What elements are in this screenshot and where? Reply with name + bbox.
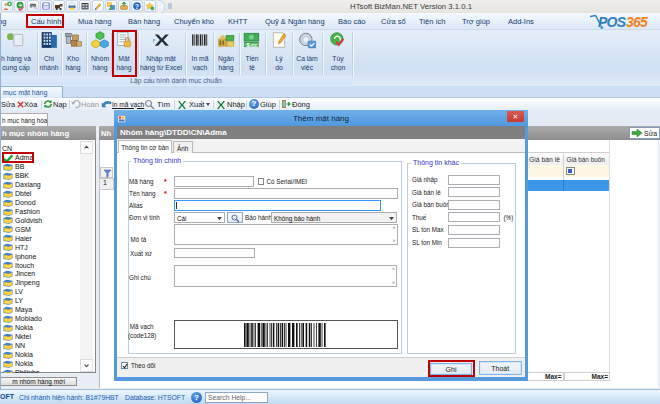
svg-text:$.cc: $.cc bbox=[246, 42, 257, 48]
svg-text:?: ? bbox=[135, 3, 139, 10]
svg-text:365: 365 bbox=[626, 14, 648, 30]
svg-text:POS: POS bbox=[598, 14, 627, 30]
